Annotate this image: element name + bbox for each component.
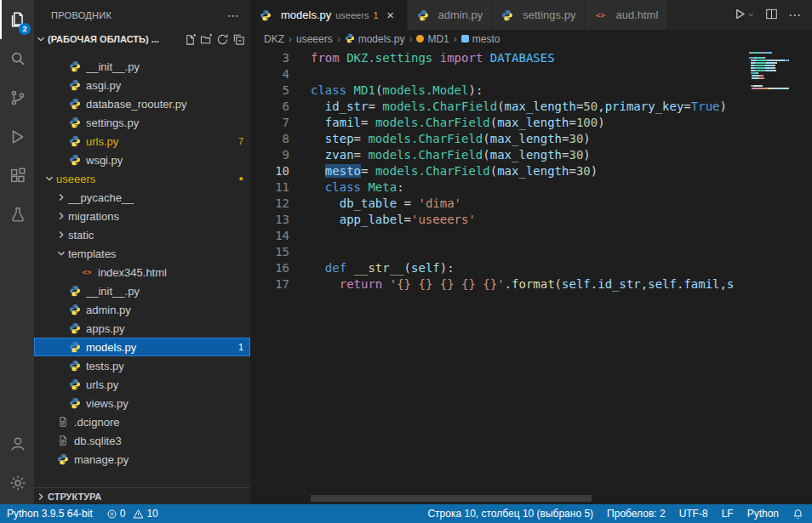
breadcrumb-label: MD1: [427, 33, 449, 45]
tree-item-__pycache__[interactable]: __pycache__: [34, 188, 250, 207]
code-line: 13 app_label='useeers': [250, 212, 746, 228]
activity-extensions-button[interactable]: [0, 156, 34, 196]
settings-gear-icon: [9, 474, 27, 492]
breadcrumb-separator: ›: [409, 33, 412, 45]
py-icon: [500, 9, 514, 21]
tree-item-static[interactable]: static: [34, 225, 250, 244]
py-icon: [68, 304, 82, 316]
tree-item-asgi.py[interactable]: asgi.py: [34, 76, 250, 94]
code-line: 7 famil= models.CharField(max_length=100…: [250, 115, 746, 131]
tree-item-database_roouter.py[interactable]: database_roouter.py: [34, 94, 250, 113]
tree-item-templates[interactable]: templates: [34, 244, 250, 263]
activity-explorer-button[interactable]: 2: [0, 0, 34, 39]
tab-admin.py[interactable]: admin.py: [408, 0, 493, 30]
tree-item-manage.py[interactable]: manage.py: [34, 450, 250, 469]
activity-source-control-button[interactable]: [0, 78, 34, 117]
outline-section-header[interactable]: СТРУКТУРА: [34, 487, 250, 504]
source-control-icon: [9, 88, 27, 107]
tree-item-apps.py[interactable]: apps.py: [34, 319, 250, 338]
line-content: step= models.CharField(max_length=30): [311, 131, 591, 147]
status-language-mode[interactable]: Python: [747, 504, 779, 523]
code-editor[interactable]: 3from DKZ.settings import DATABASES45cla…: [250, 48, 812, 504]
split-editor-button[interactable]: [765, 8, 778, 23]
file-label: urls.py: [86, 135, 233, 148]
tree-item-__init__.py[interactable]: __init__.py: [34, 57, 250, 76]
file-label: apps.py: [86, 322, 243, 335]
tab-aud.html[interactable]: <>aud.html: [585, 0, 667, 30]
status-bar-left: Python 3.9.5 64-bit010: [7, 504, 158, 523]
breadcrumb-item-mesto[interactable]: mesto: [460, 33, 501, 45]
activity-settings-gear-button[interactable]: [0, 463, 34, 503]
tree-item-wsgi.py[interactable]: wsgi.py: [34, 151, 250, 169]
breadcrumb-item-MD1[interactable]: MD1: [415, 33, 449, 45]
breadcrumb-separator: ›: [337, 33, 340, 45]
status-bar: Python 3.9.5 64-bit010 Строка 10, столбе…: [0, 504, 812, 523]
line-content: from DKZ.settings import DATABASES: [311, 50, 555, 66]
tree-item-views.py[interactable]: views.py: [34, 394, 250, 412]
line-content: class Meta:: [311, 179, 404, 196]
tree-item-db.sqlite3[interactable]: db.sqlite3: [34, 431, 250, 450]
line-number: 17: [250, 276, 289, 293]
tree-item-urls.py[interactable]: urls.py7: [34, 132, 250, 151]
editor-actions: ⋯: [723, 0, 812, 30]
workspace-section-header[interactable]: (РАБОЧАЯ ОБЛАСТЬ) ...: [34, 30, 250, 48]
status-python-interpreter[interactable]: Python 3.9.5 64-bit: [7, 504, 93, 523]
breadcrumb-label: models.py: [358, 33, 405, 45]
symbol-field-icon: [461, 33, 469, 45]
close-icon[interactable]: ×: [383, 8, 398, 22]
status-problems[interactable]: 010: [106, 504, 158, 523]
activity-testing-button[interactable]: [0, 196, 34, 235]
activity-account-button[interactable]: [0, 424, 34, 463]
more-actions-icon[interactable]: ⋯: [227, 9, 240, 22]
status-eol[interactable]: LF: [722, 504, 734, 523]
tree-item-migrations[interactable]: migrations: [34, 207, 250, 225]
minimap[interactable]: [749, 52, 805, 504]
chevron-down-icon: [34, 32, 48, 46]
breadcrumb-item-useeers[interactable]: useeers: [295, 33, 334, 45]
warning-count: 10: [146, 508, 157, 520]
tabs: models.pyuseeers1×admin.pysettings.py<>a…: [250, 0, 667, 30]
tab-models.py[interactable]: models.pyuseeers1×: [250, 0, 408, 30]
error-count: 0: [120, 508, 126, 520]
new-folder-button[interactable]: [200, 33, 213, 46]
tree-item-index345.html[interactable]: <>index345.html: [34, 263, 250, 281]
activity-search-button[interactable]: [0, 39, 34, 78]
tab-settings.py[interactable]: settings.py: [492, 0, 585, 30]
activity-run-debug-button[interactable]: [0, 117, 34, 156]
search-icon: [9, 49, 27, 68]
tree-item-useeers[interactable]: useeers●: [34, 169, 250, 188]
line-number: 9: [250, 147, 289, 163]
line-content: mesto= models.CharField(max_length=30): [311, 163, 598, 179]
run-button[interactable]: [734, 8, 755, 23]
more-actions-button[interactable]: ⋯: [788, 8, 802, 23]
chevron-right-icon: [54, 209, 68, 223]
status-cursor-position[interactable]: Строка 10, столбец 10 (выбрано 5): [427, 504, 593, 523]
horizontal-scrollbar[interactable]: [311, 495, 592, 502]
tree-item-tests.py[interactable]: tests.py: [34, 356, 250, 375]
status-indentation[interactable]: Пробелов: 2: [607, 504, 666, 523]
status-notifications[interactable]: [792, 504, 803, 523]
line-number: 10: [250, 163, 289, 179]
tree-item-models.py[interactable]: models.py1: [34, 338, 250, 356]
new-file-button[interactable]: [184, 33, 197, 46]
tree-item-admin.py[interactable]: admin.py: [34, 300, 250, 319]
tree-item-.dcignore[interactable]: .dcignore: [34, 412, 250, 431]
code-line: 15: [250, 244, 746, 260]
py-icon: [345, 33, 355, 46]
status-bar-right: Строка 10, столбец 10 (выбрано 5)Пробело…: [427, 504, 803, 523]
breadcrumb-item-DKZ[interactable]: DKZ: [263, 33, 285, 45]
html-icon: <>: [593, 11, 607, 20]
line-content: class MD1(models.Model):: [311, 82, 483, 99]
breadcrumb-item-models.py[interactable]: models.py: [344, 33, 406, 46]
tree-item-__init__.py[interactable]: __init__.py: [34, 281, 250, 300]
status-encoding[interactable]: UTF-8: [679, 504, 708, 523]
collapse-all-button[interactable]: [232, 33, 245, 46]
symbol-class-icon: [416, 33, 424, 45]
tree-item-settings.py[interactable]: settings.py: [34, 113, 250, 132]
chevron-down-icon: [43, 172, 56, 185]
refresh-button[interactable]: [216, 33, 229, 46]
file-icon: [56, 416, 70, 428]
tab-label: aud.html: [615, 9, 658, 21]
tree-item-urls.py[interactable]: urls.py: [34, 375, 250, 394]
py-icon: [416, 9, 430, 21]
